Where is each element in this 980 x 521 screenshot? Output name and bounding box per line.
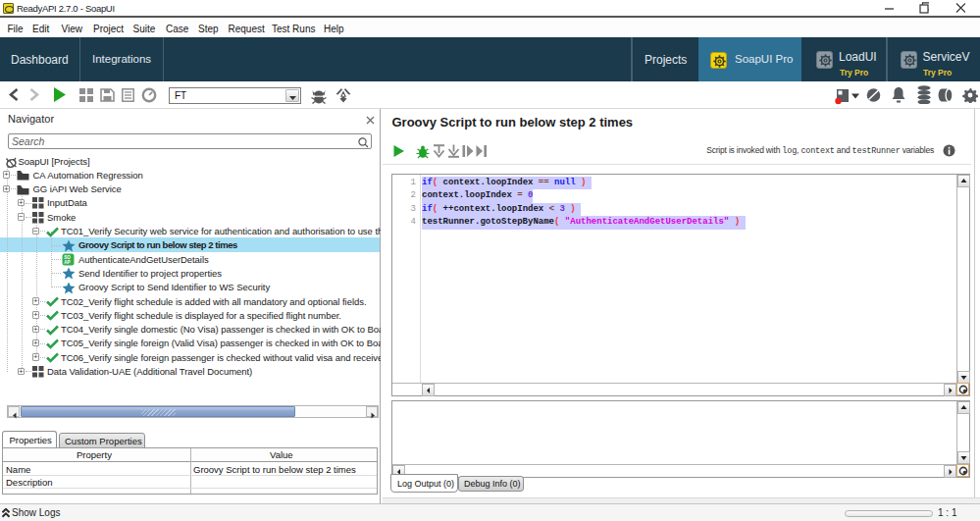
svg-text:AP: AP — [64, 260, 70, 265]
